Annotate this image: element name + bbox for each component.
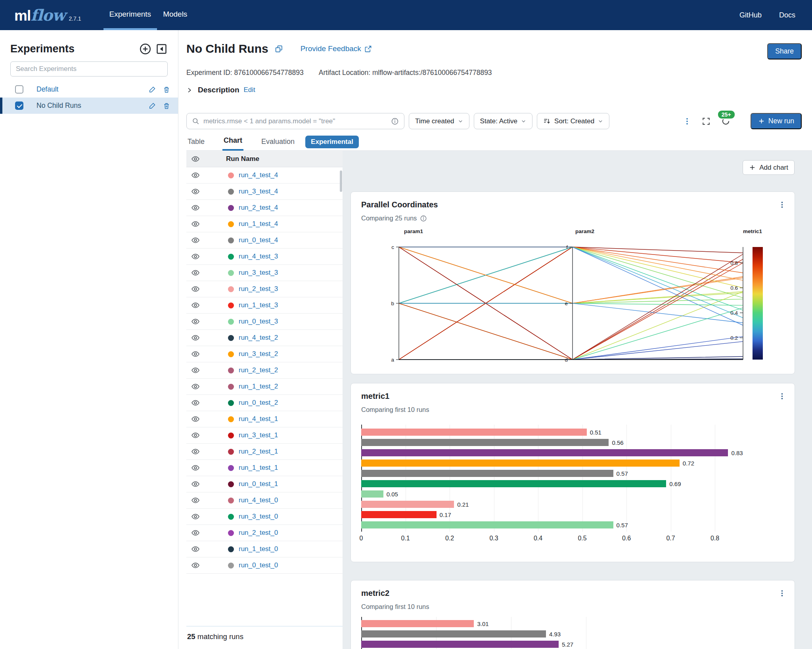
copy-name-icon[interactable] <box>275 45 283 53</box>
run-name-link[interactable]: run_1_test_0 <box>239 545 278 553</box>
bar-run_4_test_4[interactable] <box>361 620 474 627</box>
table-scrollbar-thumb[interactable] <box>340 170 342 192</box>
visibility-eye-icon[interactable] <box>191 155 200 163</box>
new-runs-count-badge[interactable]: 25+ <box>717 110 735 119</box>
visibility-eye-icon[interactable] <box>191 366 200 375</box>
run-name-link[interactable]: run_2_test_1 <box>239 448 278 456</box>
docs-link[interactable]: Docs <box>779 11 795 19</box>
nav-tab-models[interactable]: Models <box>157 0 193 30</box>
run-name-link[interactable]: run_0_test_0 <box>239 561 278 569</box>
runs-search-box[interactable] <box>186 113 404 129</box>
experiment-checkbox[interactable] <box>15 85 23 94</box>
visibility-eye-icon[interactable] <box>191 480 200 488</box>
nav-tab-experiments[interactable]: Experiments <box>103 0 157 30</box>
experiment-name-link[interactable]: No Child Runs <box>36 101 81 110</box>
visibility-eye-icon[interactable] <box>191 431 200 440</box>
delete-trash-icon[interactable] <box>163 102 170 109</box>
description-edit-link[interactable]: Edit <box>244 86 255 94</box>
fullscreen-icon[interactable] <box>702 117 710 126</box>
state-dropdown[interactable]: State: Active <box>474 113 533 129</box>
visibility-eye-icon[interactable] <box>191 285 200 293</box>
visibility-eye-icon[interactable] <box>191 528 200 537</box>
bar-run_0_test_3[interactable] <box>361 521 613 528</box>
info-icon[interactable] <box>391 117 399 125</box>
run-name-link[interactable]: run_4_test_0 <box>239 496 278 504</box>
bar-run_2_test_4[interactable] <box>361 449 728 456</box>
bar-run_0_test_4[interactable] <box>361 470 613 477</box>
delete-trash-icon[interactable] <box>163 86 170 93</box>
run-name-link[interactable]: run_4_test_4 <box>239 171 278 179</box>
github-link[interactable]: GitHub <box>739 11 762 19</box>
experiment-checkbox[interactable] <box>15 101 23 110</box>
chart-options-kebab-icon[interactable] <box>778 392 786 402</box>
tab-chart[interactable]: Chart <box>222 136 243 151</box>
sidebar-item-experiment[interactable]: Default <box>0 81 178 98</box>
more-options-kebab-icon[interactable] <box>683 117 691 126</box>
run-name-link[interactable]: run_3_test_3 <box>239 269 278 277</box>
time-created-dropdown[interactable]: Time created <box>409 113 469 129</box>
visibility-eye-icon[interactable] <box>191 561 200 570</box>
run-name-link[interactable]: run_2_test_0 <box>239 529 278 537</box>
provide-feedback-link[interactable]: Provide Feedback <box>301 44 372 53</box>
visibility-eye-icon[interactable] <box>191 545 200 553</box>
visibility-eye-icon[interactable] <box>191 447 200 456</box>
run-name-link[interactable]: run_4_test_2 <box>239 334 278 342</box>
bar-run_3_test_4[interactable] <box>361 439 609 446</box>
bar-run_3_test_4[interactable] <box>361 630 546 638</box>
bar-run_2_test_3[interactable] <box>361 501 454 508</box>
bar-run_1_test_4[interactable] <box>361 459 680 467</box>
sort-dropdown[interactable]: Sort: Created <box>537 113 609 129</box>
visibility-eye-icon[interactable] <box>191 496 200 505</box>
visibility-eye-icon[interactable] <box>191 350 200 358</box>
bar-run_1_test_3[interactable] <box>361 511 437 518</box>
visibility-eye-icon[interactable] <box>191 252 200 261</box>
collapse-sidebar-icon[interactable] <box>155 43 168 55</box>
bar-run_3_test_3[interactable] <box>361 490 383 498</box>
visibility-eye-icon[interactable] <box>191 268 200 277</box>
run-name-link[interactable]: run_3_test_1 <box>239 431 278 439</box>
experiment-name-link[interactable]: Default <box>36 85 58 94</box>
run-name-link[interactable]: run_4_test_1 <box>239 415 278 423</box>
add-chart-button[interactable]: Add chart <box>743 160 795 175</box>
bar-run_4_test_3[interactable] <box>361 480 666 487</box>
run-name-link[interactable]: run_1_test_4 <box>239 220 278 228</box>
run-name-link[interactable]: run_1_test_2 <box>239 383 278 391</box>
run-name-link[interactable]: run_2_test_3 <box>239 285 278 293</box>
column-header-run-name[interactable]: Run Name <box>226 155 259 163</box>
run-name-link[interactable]: run_0_test_4 <box>239 236 278 244</box>
edit-pencil-icon[interactable] <box>149 102 156 109</box>
visibility-eye-icon[interactable] <box>191 301 200 310</box>
run-name-link[interactable]: run_3_test_2 <box>239 350 278 358</box>
chart-options-kebab-icon[interactable] <box>778 201 786 211</box>
tab-evaluation[interactable]: Evaluation <box>260 138 296 150</box>
visibility-eye-icon[interactable] <box>191 203 200 212</box>
visibility-eye-icon[interactable] <box>191 220 200 228</box>
description-section[interactable]: Description Edit <box>186 86 255 94</box>
run-name-link[interactable]: run_0_test_1 <box>239 480 278 488</box>
create-experiment-icon[interactable] <box>139 43 151 55</box>
chart-options-kebab-icon[interactable] <box>778 589 786 599</box>
run-name-link[interactable]: run_4_test_3 <box>239 253 278 260</box>
visibility-eye-icon[interactable] <box>191 317 200 326</box>
share-button[interactable]: Share <box>767 43 802 59</box>
tab-table[interactable]: Table <box>186 138 206 150</box>
visibility-eye-icon[interactable] <box>191 333 200 342</box>
sidebar-item-experiment[interactable]: No Child Runs <box>0 98 178 114</box>
search-experiments-input[interactable] <box>10 61 168 77</box>
run-name-link[interactable]: run_1_test_3 <box>239 301 278 309</box>
visibility-eye-icon[interactable] <box>191 463 200 472</box>
visibility-eye-icon[interactable] <box>191 236 200 245</box>
new-run-button[interactable]: New run <box>751 113 802 129</box>
visibility-eye-icon[interactable] <box>191 398 200 407</box>
visibility-eye-icon[interactable] <box>191 171 200 180</box>
run-name-link[interactable]: run_2_test_2 <box>239 366 278 374</box>
bar-run_4_test_4[interactable] <box>361 429 587 436</box>
run-name-link[interactable]: run_1_test_1 <box>239 464 278 472</box>
edit-pencil-icon[interactable] <box>149 86 156 93</box>
run-name-link[interactable]: run_3_test_0 <box>239 513 278 521</box>
info-icon[interactable] <box>420 215 427 222</box>
visibility-eye-icon[interactable] <box>191 187 200 196</box>
mlflow-logo[interactable]: mlflow 2.7.1 <box>14 6 81 24</box>
run-name-link[interactable]: run_3_test_4 <box>239 188 278 195</box>
visibility-eye-icon[interactable] <box>191 512 200 521</box>
